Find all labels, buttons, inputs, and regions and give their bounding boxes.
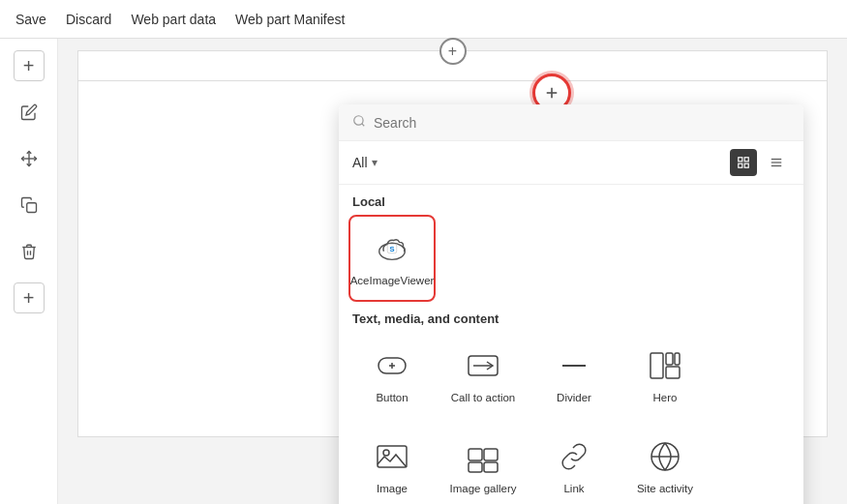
web-part-manifest-button[interactable]: Web part Manifest xyxy=(235,12,345,27)
button-item-label: Button xyxy=(376,391,408,405)
call-to-action-item[interactable]: Call to action xyxy=(439,332,527,419)
link-item[interactable]: Link xyxy=(530,423,618,504)
toolbar: Save Discard Web part data Web part Mani… xyxy=(0,0,847,39)
local-items-grid: S AceImageViewer xyxy=(339,215,803,302)
svg-rect-23 xyxy=(650,353,663,378)
link-item-icon xyxy=(555,437,593,476)
svg-rect-30 xyxy=(484,449,498,460)
svg-text:S: S xyxy=(389,244,394,252)
call-to-action-item-icon xyxy=(464,346,502,385)
image-item-icon xyxy=(373,437,411,476)
divider-item[interactable]: Divider xyxy=(530,332,618,419)
filter-all-dropdown[interactable]: All ▾ xyxy=(352,155,378,170)
ace-image-viewer-icon: S xyxy=(373,229,411,268)
image-gallery-item-label: Image gallery xyxy=(449,482,516,496)
hero-item[interactable]: Hero xyxy=(621,332,709,419)
ace-image-viewer-label: AceImageViewer xyxy=(350,274,435,288)
left-sidebar: + + xyxy=(0,39,58,504)
svg-point-28 xyxy=(383,450,389,456)
sidebar-add-bottom-button[interactable]: + xyxy=(14,282,45,313)
button-item[interactable]: Button xyxy=(348,332,436,419)
image-item-label: Image xyxy=(377,482,408,496)
ace-image-viewer-item[interactable]: S AceImageViewer xyxy=(348,215,436,302)
sidebar-add-top-button[interactable]: + xyxy=(14,50,45,81)
svg-rect-10 xyxy=(744,163,748,167)
sidebar-copy-button[interactable] xyxy=(14,190,45,221)
canvas-add-top-button[interactable]: + xyxy=(439,38,467,65)
filter-row: All ▾ xyxy=(339,141,803,185)
image-gallery-item[interactable]: Image gallery xyxy=(439,423,527,504)
button-item-icon xyxy=(373,346,411,385)
site-activity-item-icon xyxy=(646,437,684,476)
svg-point-5 xyxy=(354,116,363,125)
svg-rect-25 xyxy=(675,353,680,365)
search-bar xyxy=(339,104,803,141)
text-media-section-label: Text, media, and content xyxy=(339,302,803,332)
svg-rect-26 xyxy=(666,367,680,378)
svg-rect-7 xyxy=(739,158,742,162)
svg-rect-29 xyxy=(469,449,482,460)
main-area: + + xyxy=(0,39,847,504)
call-to-action-item-label: Call to action xyxy=(451,391,515,405)
web-part-data-button[interactable]: Web part data xyxy=(131,12,216,27)
image-item[interactable]: Image xyxy=(348,423,436,504)
link-item-label: Link xyxy=(563,482,584,496)
site-activity-item[interactable]: Site activity xyxy=(621,423,709,504)
svg-rect-32 xyxy=(484,462,498,472)
search-input[interactable] xyxy=(374,115,790,131)
image-gallery-item-icon xyxy=(464,437,502,476)
view-toggle-group xyxy=(730,149,790,176)
svg-rect-31 xyxy=(469,462,482,472)
save-button[interactable]: Save xyxy=(15,12,46,27)
search-icon xyxy=(352,114,366,131)
hero-item-label: Hero xyxy=(653,391,678,405)
svg-rect-9 xyxy=(739,163,742,167)
svg-rect-2 xyxy=(26,203,36,213)
grid-view-button[interactable] xyxy=(730,149,757,176)
sidebar-delete-button[interactable] xyxy=(14,236,45,267)
chevron-down-icon: ▾ xyxy=(372,156,378,169)
filter-all-label: All xyxy=(352,155,368,170)
web-part-picker-panel: All ▾ xyxy=(339,104,803,504)
text-media-items-grid: Button Call to action xyxy=(339,332,803,504)
svg-rect-24 xyxy=(666,353,673,365)
divider-item-icon xyxy=(555,346,593,385)
sidebar-move-button[interactable] xyxy=(14,143,45,174)
sidebar-edit-button[interactable] xyxy=(14,97,45,128)
site-activity-item-label: Site activity xyxy=(637,482,693,496)
svg-rect-8 xyxy=(744,158,748,162)
svg-line-6 xyxy=(362,124,365,127)
hero-item-icon xyxy=(646,346,684,385)
local-section-label: Local xyxy=(339,185,803,215)
discard-button[interactable]: Discard xyxy=(66,12,111,27)
svg-rect-27 xyxy=(378,446,407,467)
divider-item-label: Divider xyxy=(557,391,591,405)
list-view-button[interactable] xyxy=(763,149,790,176)
content-area: + All xyxy=(58,39,847,504)
